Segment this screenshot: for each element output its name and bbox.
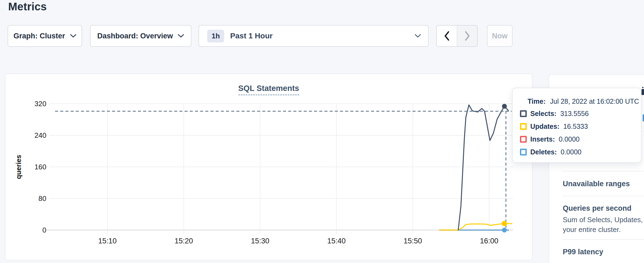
time-range-selector[interactable]: 1h Past 1 Hour [198, 25, 429, 47]
tooltip-series-value: 313.5556 [560, 110, 589, 118]
clipped-text-fragment [642, 87, 643, 88]
x-tick-label: 16:00 [480, 237, 498, 245]
tooltip-row-selects: Selects: 313.5556 [520, 107, 641, 120]
sql-statements-chart[interactable]: 08016024032015:1015:2015:3015:4015:5016:… [5, 74, 532, 260]
hover-point-selects [502, 104, 507, 109]
tooltip-series-value: 0.0000 [561, 148, 581, 156]
tooltip-series-value: 16.5333 [563, 123, 588, 130]
y-tick-label: 240 [35, 131, 46, 139]
y-tick-label: 80 [38, 194, 46, 203]
tooltip-row-deletes: Deletes: 0.0000 [520, 146, 641, 158]
divider [562, 171, 644, 172]
hover-point-updates [502, 221, 507, 226]
inserts-color-swatch [520, 136, 527, 143]
tooltip-series-label: Selects: [530, 110, 556, 118]
divider [562, 196, 644, 196]
tooltip-row-updates: Updates: 16.5333 [520, 120, 641, 133]
clipped-text-fragment [642, 89, 644, 95]
gridlines: 08016024032015:1015:2015:3015:4015:5016:… [35, 100, 513, 245]
sidebar-heading-p99-latency: P99 latency [563, 248, 603, 256]
series-line-selects [458, 105, 508, 230]
deletes-color-swatch [520, 149, 527, 155]
tooltip-series-value: 0.0000 [559, 135, 579, 143]
graph-dropdown-label: Graph: Cluster [13, 32, 65, 40]
chevron-down-icon [415, 34, 421, 38]
x-tick-label: 15:20 [174, 237, 193, 245]
now-button[interactable]: Now [487, 25, 513, 47]
tooltip-series-label: Inserts: [530, 135, 555, 143]
tooltip-series-label: Deletes: [530, 148, 557, 156]
series-line-updates [440, 224, 512, 230]
selects-color-swatch [520, 110, 527, 117]
clipped-link-fragment [643, 114, 644, 121]
clipped-divider-fragment [642, 131, 644, 132]
divider [562, 239, 644, 240]
y-tick-label: 0 [43, 226, 46, 234]
x-tick-label: 15:30 [251, 237, 269, 245]
tooltip-time-row: Time: Jul 28, 2022 at 16:02:00 UTC [520, 95, 641, 107]
dashboard-dropdown[interactable]: Dashboard: Overview [90, 25, 191, 47]
hover-point-deletes [502, 228, 507, 233]
updates-color-swatch [520, 123, 527, 130]
chart-title[interactable]: SQL Statements [238, 84, 299, 95]
x-tick-label: 15:40 [327, 237, 346, 245]
time-range-badge: 1h [207, 30, 224, 42]
hover-crosshair [55, 106, 512, 231]
time-range-nav [436, 25, 478, 47]
chevron-down-icon [70, 34, 76, 38]
tooltip-row-inserts: Inserts: 0.0000 [520, 133, 641, 146]
tooltip-time-label: Time: [528, 97, 546, 105]
chevron-right-icon [464, 31, 470, 41]
tooltip-time-value: Jul 28, 2022 at 16:02:00 UTC [550, 97, 639, 105]
x-tick-label: 15:50 [404, 237, 422, 245]
forward-arrow-button[interactable] [457, 26, 477, 46]
page-title: Metrics [8, 1, 47, 13]
sidebar-heading-unavailable-ranges: Unavailable ranges [563, 180, 630, 188]
time-range-label: Past 1 Hour [230, 32, 415, 40]
graph-dropdown[interactable]: Graph: Cluster [8, 25, 82, 47]
sidebar-description-line: your entire cluster. [563, 225, 621, 234]
chevron-left-icon [444, 31, 450, 41]
sidebar-description-line: Sum of Selects, Updates, Inser [563, 216, 644, 224]
tooltip-series-label: Updates: [530, 123, 559, 130]
back-arrow-button[interactable] [437, 26, 457, 46]
y-tick-label: 160 [35, 163, 46, 171]
y-axis-label: queries [15, 155, 22, 179]
sidebar-heading-queries-per-second: Queries per second [563, 204, 631, 213]
x-tick-label: 15:10 [98, 237, 117, 245]
chart-tooltip: Time: Jul 28, 2022 at 16:02:00 UTC Selec… [512, 88, 642, 163]
sql-statements-chart-card: 08016024032015:1015:2015:3015:4015:5016:… [5, 74, 532, 261]
y-tick-label: 320 [35, 100, 46, 108]
chevron-down-icon [178, 34, 184, 38]
dashboard-dropdown-label: Dashboard: Overview [97, 32, 173, 40]
